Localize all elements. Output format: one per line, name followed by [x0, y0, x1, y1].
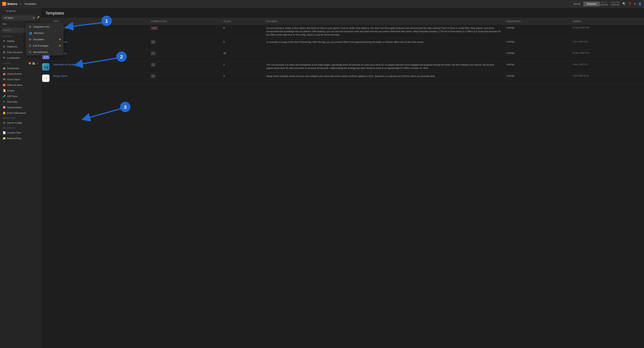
sidebar-item-game-events[interactable]: 🎪 Game Events	[0, 71, 41, 76]
table-row[interactable]: 📺 Interstitial Ad Strategy 2 2 The core …	[41, 61, 644, 73]
col-dependencies: Dependencies	[504, 18, 570, 24]
section-liveops-collapse[interactable]: ∧	[36, 62, 38, 65]
sidebar-item-scripts[interactable]: 📜 Scripts	[0, 88, 41, 93]
app-name: Balancy	[8, 2, 18, 6]
sidebar-item-ab-tests-label: A/B Tests	[7, 95, 17, 98]
installed-version-badge: N/A	[151, 26, 158, 30]
game-time-label: GAME TIME	[610, 1, 620, 4]
row-installed-version-cell: 5	[148, 38, 221, 50]
help-icon[interactable]: ❓	[628, 2, 632, 6]
row-description-cell: Merge Game template shows how you can co…	[264, 73, 504, 84]
sidebar-item-server-config-label: Server Config	[7, 122, 22, 124]
table-row[interactable]: 🏪 Game Shop 7 10 LiveOps 20 Nov, 2023 12…	[41, 50, 644, 61]
table-row[interactable]: ➡ Merge Game 3 3 Merge Game template sho…	[41, 73, 644, 84]
table-row[interactable]: ⚔ Clash Of Clans N/A 8 Are you looking t…	[41, 24, 644, 38]
members-icon: 👥	[29, 32, 32, 34]
sidebar-item-push-notifications[interactable]: 🔔 Push notifications	[0, 110, 41, 116]
user-icon[interactable]: 👤	[638, 2, 642, 6]
table-row[interactable]: 🚫 Don't Disturb 5 5 An example of usage …	[41, 38, 644, 50]
row-version-cell: 3	[221, 73, 264, 84]
sidebar-item-server-config[interactable]: ⚙ Server Config	[0, 120, 41, 126]
section-singletons-collapse[interactable]: ∧	[37, 117, 38, 119]
sidebar: ← All games All Types ⚙ Dev CONTROL ∧ ✈ …	[0, 8, 41, 348]
row-updated-cell: 20 Nov, 2023 12:0	[570, 50, 644, 61]
back-to-all-games[interactable]: ← All games	[0, 8, 41, 14]
dropdown-item-members-label: Members	[34, 32, 44, 34]
dropdown-item-templates-label: Templates	[33, 38, 44, 41]
edit-packages-notification-dot	[59, 45, 60, 46]
sidebar-item-segmentation-label: Segmentation	[7, 106, 22, 109]
installed-version-badge: 7	[151, 52, 156, 55]
offers-items-icon: 🎁	[2, 84, 6, 86]
row-installed-version-cell: 7	[148, 50, 221, 61]
col-name: Name	[51, 18, 148, 24]
template-icon: ➡	[42, 74, 50, 82]
dropdown-item-templates[interactable]: ⊞ Templates	[26, 36, 63, 42]
row-dependencies-cell: LiveOps	[504, 24, 570, 38]
version-value: 3	[223, 74, 224, 77]
liveops-store-icon[interactable]: 🏪	[32, 62, 36, 65]
dropdown-item-edit-packages[interactable]: ⊟ Edit Packages	[26, 42, 63, 49]
section-liveops-header: LIVEOPS 🎁 🏪 ∧	[0, 60, 41, 66]
server-config-icon: ⚙	[2, 121, 6, 124]
template-name-link[interactable]: Interstitial Ad Strategy	[53, 63, 77, 66]
sidebar-item-game-store[interactable]: 🎮 Game Store	[0, 76, 41, 82]
row-description-cell: Are you looking to create a shop system …	[264, 24, 504, 38]
row-updated-cell: 4 Oct, 2023 12:44	[570, 73, 644, 84]
row-description-cell: An example of usage of the Don't Disturb…	[264, 38, 504, 50]
back-label: All games	[6, 10, 16, 12]
dropdown-item-integration-info[interactable]: ⚙ Integration Info	[26, 24, 63, 30]
collapse-sidebar-button[interactable]: «	[20, 2, 22, 6]
app-logo: B Balancy	[2, 2, 18, 6]
another-test-icon: 📄	[2, 131, 6, 134]
tab-default[interactable]: Default	[570, 2, 584, 6]
row-updated-cell: 27 Aug, 2023 3:30	[570, 24, 644, 38]
sidebar-item-another-test[interactable]: 📄 Another Test	[0, 130, 41, 136]
settings-button[interactable]: ⚙	[36, 16, 39, 19]
version-value: 2	[223, 63, 224, 66]
sidebar-item-platforms-label: Platforms	[7, 45, 17, 48]
sidebar-item-localization[interactable]: ⟳ Localization	[0, 55, 41, 60]
dropdown-menu: ⚙ Integration Info 👥 Members ⊞ Templates…	[26, 23, 63, 55]
theme-icon[interactable]: ☀	[634, 2, 636, 6]
sidebar-item-ab-tests[interactable]: 🧪 A/B Tests	[0, 93, 41, 99]
sidebar-item-offers-items[interactable]: 🎁 Offers & Items	[0, 82, 41, 88]
row-dependencies-cell: LiveOps	[504, 50, 570, 61]
templates-table-container[interactable]: Name Installed version Version Descripti…	[41, 18, 644, 348]
ab-tests-icon: 🧪	[2, 95, 6, 98]
game-store-icon: 🎮	[2, 78, 6, 81]
sidebar-item-balancyshop[interactable]: 📁 BalancyShop	[0, 136, 41, 141]
template-name-link[interactable]: Merge Game	[53, 74, 68, 77]
templates-notification-dot	[59, 39, 60, 40]
col-installed-version: Installed version	[148, 18, 221, 24]
liveops-gift-icon[interactable]: 🎁	[28, 62, 32, 65]
row-icon-cell: 📺	[41, 61, 51, 73]
type-selector[interactable]: All Types	[2, 16, 36, 20]
segmentation-icon: 🎯	[2, 106, 6, 109]
row-installed-version-cell: N/A	[148, 24, 221, 38]
row-name-cell: Clash Of Clans	[51, 24, 148, 38]
dropdown-item-spreadsheets[interactable]: ⊟ Spreadsheets	[26, 49, 63, 55]
search-icon[interactable]: 🔍	[622, 2, 626, 6]
sidebar-item-segmentation[interactable]: 🎯 Segmentation	[0, 104, 41, 110]
sidebar-item-game-events-label: Game Events	[7, 72, 22, 75]
tab-templates[interactable]: Templates	[584, 2, 600, 6]
settings-notification-dot	[38, 16, 39, 17]
balancyshop-icon: 📁	[2, 137, 6, 140]
dropdown-item-members[interactable]: 👥 Members	[26, 30, 63, 36]
row-name-cell: Interstitial Ad Strategy	[51, 61, 148, 73]
sidebar-item-dashboard[interactable]: ▦ Dashboard	[0, 66, 41, 71]
content-header: Templates	[41, 8, 644, 18]
sidebar-item-another-test-label: Another Test	[7, 131, 21, 134]
dashboard-icon: ▦	[2, 67, 6, 70]
row-dependencies-cell: LiveOps	[504, 38, 570, 50]
section-documents-collapse[interactable]: ∧	[37, 127, 38, 129]
section-liveops-icons: 🎁 🏪 ∧	[28, 62, 38, 65]
sidebar-item-push-notifications-label: Push notifications	[7, 112, 26, 114]
section-liveops-label: LIVEOPS	[2, 62, 11, 64]
sidebar-item-overrides-label: Overrides	[7, 100, 18, 103]
integration-info-icon: ⚙	[29, 25, 31, 28]
sidebar-item-overrides[interactable]: ✏ Overrides	[0, 99, 41, 104]
sidebar-item-localization-label: Localization	[7, 56, 20, 59]
row-name-cell: Game Shop	[51, 50, 148, 61]
